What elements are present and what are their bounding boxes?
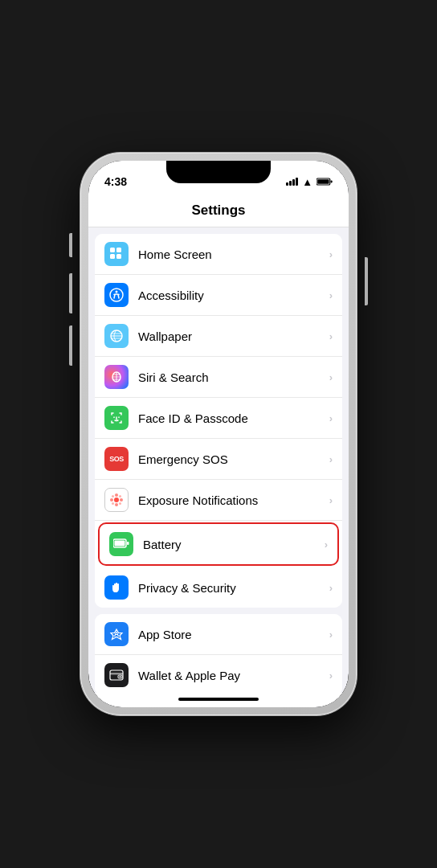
settings-group-1: Home Screen › Acce <box>95 234 342 608</box>
svg-point-25 <box>112 502 114 505</box>
home-indicator[interactable] <box>88 693 349 707</box>
exposure-icon <box>104 488 129 512</box>
accessibility-icon <box>104 283 129 307</box>
svg-rect-28 <box>115 541 125 547</box>
privacy-icon <box>104 575 129 600</box>
svg-text:A: A <box>114 630 120 638</box>
page-title: Settings <box>191 203 245 218</box>
home-screen-icon <box>104 242 129 266</box>
settings-list: Home Screen › Acce <box>88 227 349 693</box>
home-screen-chevron: › <box>329 248 333 260</box>
privacy-chevron: › <box>329 582 333 594</box>
settings-item-siri[interactable]: Siri & Search › <box>95 357 342 398</box>
settings-item-app-store[interactable]: A App Store › <box>95 614 342 655</box>
signal-icon <box>286 178 298 186</box>
svg-rect-32 <box>110 673 123 675</box>
svg-point-20 <box>115 503 118 506</box>
notch <box>166 161 271 183</box>
svg-rect-2 <box>331 180 333 182</box>
accessibility-chevron: › <box>329 289 333 301</box>
svg-point-7 <box>110 289 123 301</box>
svg-rect-4 <box>116 248 121 252</box>
app-store-chevron: › <box>329 628 333 641</box>
svg-point-26 <box>119 502 121 505</box>
battery-label: Battery <box>143 538 325 551</box>
settings-item-face-id[interactable]: Face ID & Passcode › <box>95 398 342 439</box>
settings-item-emergency-sos[interactable]: SOS Emergency SOS › <box>95 439 342 480</box>
siri-label: Siri & Search <box>138 371 329 384</box>
svg-rect-1 <box>317 179 329 184</box>
wifi-icon: ▲ <box>302 176 312 188</box>
settings-item-home-screen[interactable]: Home Screen › <box>95 234 342 275</box>
svg-point-8 <box>116 291 118 293</box>
svg-point-19 <box>115 493 118 497</box>
power-button[interactable] <box>365 257 368 305</box>
status-bar: 4:38 ▲ <box>88 161 349 196</box>
phone-frame: 4:38 ▲ <box>80 153 357 715</box>
svg-point-18 <box>114 497 119 502</box>
settings-item-wallpaper[interactable]: Wallpaper › <box>95 316 342 357</box>
wallet-icon <box>104 663 129 687</box>
status-time: 4:38 <box>104 175 127 188</box>
exposure-chevron: › <box>329 494 333 506</box>
settings-item-battery[interactable]: Battery › <box>98 522 339 566</box>
battery-chevron: › <box>325 538 328 551</box>
home-screen-label: Home Screen <box>138 248 329 261</box>
status-icons: ▲ <box>286 176 333 188</box>
wallpaper-chevron: › <box>329 330 333 342</box>
phone-screen: 4:38 ▲ <box>88 161 349 707</box>
siri-icon <box>104 365 129 389</box>
home-bar <box>178 698 259 701</box>
wallpaper-label: Wallpaper <box>138 330 329 343</box>
face-id-label: Face ID & Passcode <box>138 411 329 425</box>
svg-point-24 <box>119 495 121 497</box>
wallet-label: Wallet & Apple Pay <box>138 669 329 682</box>
settings-item-exposure[interactable]: Exposure Notifications › <box>95 480 342 521</box>
svg-point-21 <box>110 498 113 502</box>
emergency-sos-chevron: › <box>329 453 333 465</box>
wallpaper-icon <box>104 324 129 348</box>
accessibility-label: Accessibility <box>138 289 329 302</box>
svg-rect-29 <box>127 542 129 545</box>
svg-point-23 <box>112 495 114 497</box>
siri-chevron: › <box>329 371 333 383</box>
svg-point-34 <box>120 676 121 678</box>
privacy-label: Privacy & Security <box>138 581 329 595</box>
settings-item-privacy[interactable]: Privacy & Security › <box>95 567 342 608</box>
svg-rect-3 <box>110 248 115 252</box>
battery-icon-item <box>109 532 133 556</box>
wallet-chevron: › <box>329 669 333 682</box>
volume-up-button[interactable] <box>69 273 72 313</box>
exposure-label: Exposure Notifications <box>138 493 329 507</box>
settings-group-2: A App Store › <box>95 614 342 693</box>
emergency-sos-icon: SOS <box>104 447 129 471</box>
svg-point-22 <box>120 498 123 502</box>
svg-rect-6 <box>116 254 121 259</box>
mute-button[interactable] <box>69 233 72 257</box>
svg-rect-5 <box>110 254 115 259</box>
face-id-chevron: › <box>329 412 333 424</box>
app-store-icon: A <box>104 622 129 646</box>
battery-icon <box>317 176 333 187</box>
volume-down-button[interactable] <box>69 326 72 366</box>
settings-item-wallet[interactable]: Wallet & Apple Pay › <box>95 655 342 693</box>
settings-item-accessibility[interactable]: Accessibility › <box>95 275 342 316</box>
emergency-sos-label: Emergency SOS <box>138 452 329 466</box>
app-store-label: App Store <box>138 628 329 641</box>
navigation-bar: Settings <box>88 196 349 227</box>
face-id-icon <box>104 406 129 430</box>
